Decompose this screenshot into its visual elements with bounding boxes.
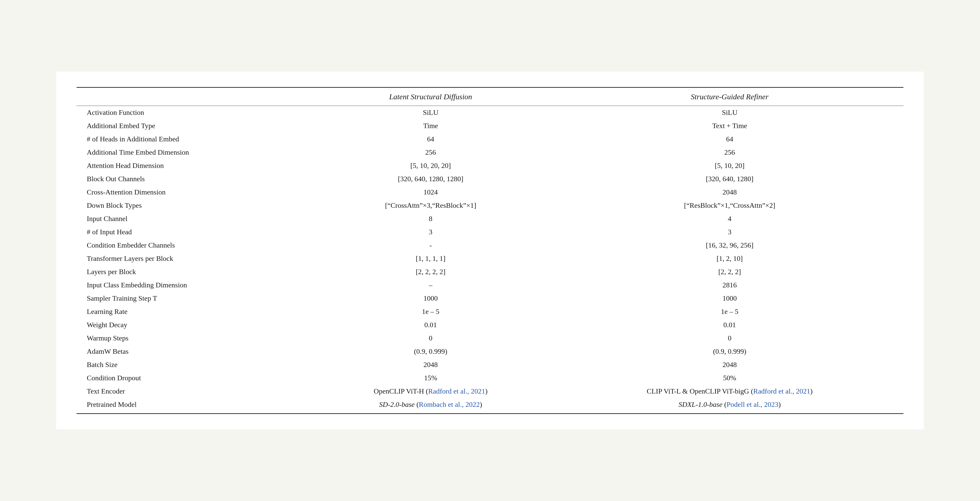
row-sgr-value: 0 (556, 332, 904, 345)
row-lsd-value: 1000 (305, 292, 556, 305)
row-property: Pretrained Model (76, 398, 305, 414)
row-sgr-value: [5, 10, 20] (556, 159, 904, 172)
row-sgr-value: 2048 (556, 358, 904, 371)
row-lsd-value: 8 (305, 212, 556, 225)
row-property: Text Encoder (76, 385, 305, 398)
row-lsd-value: [“CrossAttn”×3,“ResBlock”×1] (305, 199, 556, 212)
row-property: # of Input Head (76, 225, 305, 239)
row-lsd-value: 1e – 5 (305, 305, 556, 318)
row-lsd-value: Time (305, 119, 556, 132)
row-lsd-value: 1024 (305, 186, 556, 199)
row-sgr-value: SDXL-1.0-base (Podell et al., 2023) (556, 398, 904, 414)
row-lsd-value: (0.9, 0.999) (305, 345, 556, 358)
row-property: Condition Dropout (76, 371, 305, 385)
row-sgr-value: Text + Time (556, 119, 904, 132)
row-sgr-value: 64 (556, 132, 904, 146)
row-sgr-value: [“ResBlock”×1,“CrossAttn”×2] (556, 199, 904, 212)
row-lsd-value: [320, 640, 1280, 1280] (305, 172, 556, 186)
row-sgr-value: [320, 640, 1280] (556, 172, 904, 186)
row-lsd-value: 0.01 (305, 318, 556, 332)
col-header-property (76, 87, 305, 106)
row-sgr-value: 0.01 (556, 318, 904, 332)
row-property: Additional Embed Type (76, 119, 305, 132)
row-property: # of Heads in Additional Embed (76, 132, 305, 146)
row-lsd-value: [5, 10, 20, 20] (305, 159, 556, 172)
row-property: Transformer Layers per Block (76, 252, 305, 265)
comparison-table: Latent Structural Diffusion Structure-Gu… (76, 87, 904, 414)
col-header-lsd: Latent Structural Diffusion (305, 87, 556, 106)
row-property: Block Out Channels (76, 172, 305, 186)
col-header-sgr: Structure-Guided Refiner (556, 87, 904, 106)
row-sgr-value: SiLU (556, 106, 904, 119)
table-container: Latent Structural Diffusion Structure-Gu… (56, 72, 924, 429)
row-property: Warmup Steps (76, 332, 305, 345)
row-property: AdamW Betas (76, 345, 305, 358)
row-property: Attention Head Dimension (76, 159, 305, 172)
row-lsd-value: 2048 (305, 358, 556, 371)
row-property: Activation Function (76, 106, 305, 119)
row-lsd-value: SiLU (305, 106, 556, 119)
row-property: Cross-Attention Dimension (76, 186, 305, 199)
row-property: Learning Rate (76, 305, 305, 318)
row-sgr-value: 256 (556, 146, 904, 159)
row-lsd-value: SD-2.0-base (Rombach et al., 2022) (305, 398, 556, 414)
row-sgr-value: (0.9, 0.999) (556, 345, 904, 358)
row-lsd-value: 3 (305, 225, 556, 239)
row-lsd-value: [1, 1, 1, 1] (305, 252, 556, 265)
row-property: Weight Decay (76, 318, 305, 332)
row-lsd-value: – (305, 278, 556, 292)
row-sgr-value: 50% (556, 371, 904, 385)
row-sgr-value: 4 (556, 212, 904, 225)
row-property: Additional Time Embed Dimension (76, 146, 305, 159)
row-sgr-value: [1, 2, 10] (556, 252, 904, 265)
row-property: Batch Size (76, 358, 305, 371)
row-sgr-value: [16, 32, 96, 256] (556, 239, 904, 252)
row-sgr-value: CLIP ViT-L & OpenCLIP ViT-bigG (Radford … (556, 385, 904, 398)
row-sgr-value: 1000 (556, 292, 904, 305)
row-property: Down Block Types (76, 199, 305, 212)
row-sgr-value: 2816 (556, 278, 904, 292)
row-sgr-value: 3 (556, 225, 904, 239)
row-lsd-value: 15% (305, 371, 556, 385)
row-lsd-value: [2, 2, 2, 2] (305, 265, 556, 278)
row-lsd-value: OpenCLIP ViT-H (Radford et al., 2021) (305, 385, 556, 398)
row-sgr-value: 2048 (556, 186, 904, 199)
row-lsd-value: 256 (305, 146, 556, 159)
row-property: Sampler Training Step T (76, 292, 305, 305)
row-sgr-value: 1e – 5 (556, 305, 904, 318)
row-lsd-value: 0 (305, 332, 556, 345)
row-property: Input Channel (76, 212, 305, 225)
row-lsd-value: - (305, 239, 556, 252)
row-property: Input Class Embedding Dimension (76, 278, 305, 292)
row-lsd-value: 64 (305, 132, 556, 146)
row-property: Layers per Block (76, 265, 305, 278)
row-sgr-value: [2, 2, 2] (556, 265, 904, 278)
row-property: Condition Embedder Channels (76, 239, 305, 252)
